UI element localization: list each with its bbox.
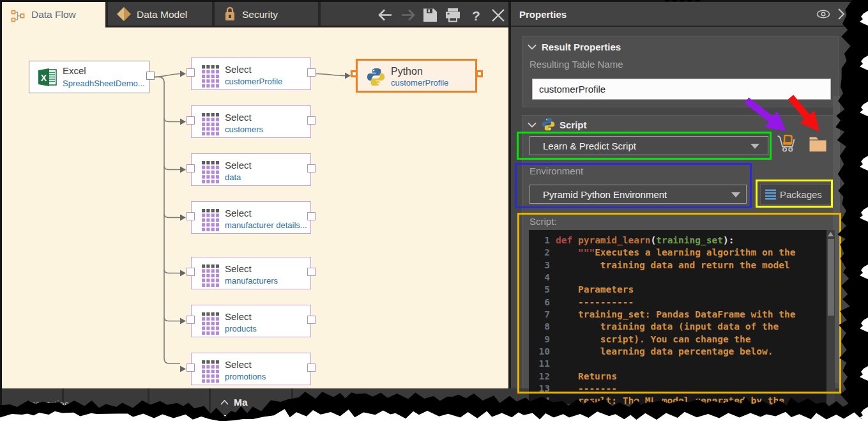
svg-text:X: X — [41, 73, 47, 83]
